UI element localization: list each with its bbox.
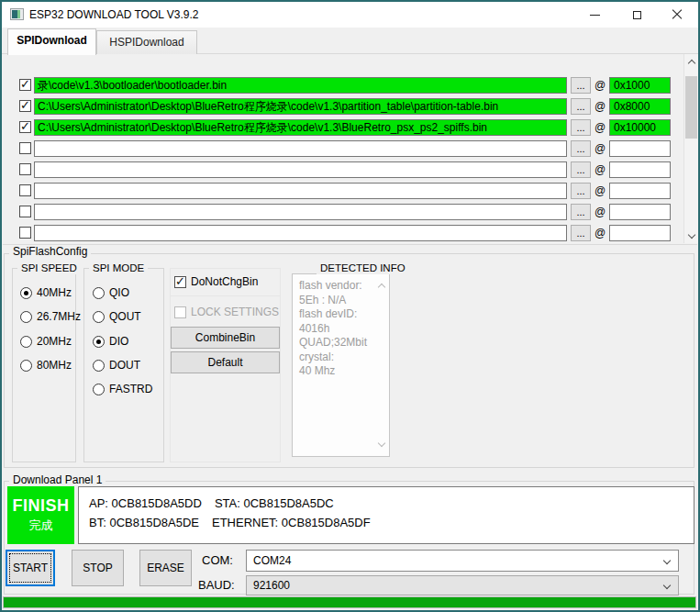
file-checkbox[interactable] [19,142,31,154]
status-text: FINISH [12,496,69,516]
file-path-input[interactable]: C:\Users\Administrator\Desktop\BlueRetro… [34,119,567,136]
radio-label: 20MHz [37,335,72,348]
erase-button[interactable]: ERASE [139,550,192,586]
app-icon [10,8,24,20]
browse-button[interactable]: ... [571,140,591,157]
file-checkbox[interactable] [19,184,31,196]
file-row: ... @ [3,204,697,220]
title-bar[interactable]: ESP32 DOWNLOAD TOOL V3.9.2 [2,2,698,28]
offset-input[interactable] [609,225,671,241]
radio-fastrd[interactable]: FASTRD [93,383,152,395]
default-button[interactable]: Default [171,351,280,373]
detected-info-textarea: flash vendor: 5Eh : N/A flash devID: 401… [292,273,390,457]
file-path-input[interactable] [34,183,567,199]
radio-icon [20,336,32,348]
detected-info-label: DETECTED INFO [317,262,409,274]
file-checkbox[interactable] [19,100,31,112]
file-checkbox[interactable] [19,227,31,239]
radio-icon [20,360,32,372]
close-button[interactable] [661,2,693,28]
offset-input[interactable] [609,140,671,157]
offset-input[interactable] [609,183,671,199]
radio-qout[interactable]: QOUT [93,310,141,323]
chevron-down-icon [663,557,671,564]
offset-input[interactable]: 0x1000 [609,77,671,94]
radio-label: DIO [109,335,128,348]
radio-dio[interactable]: DIO [93,335,128,348]
scrollbar-thumb[interactable] [685,76,697,139]
radio-label: DOUT [109,359,140,372]
detected-info-line: 4016h [299,322,383,337]
radio-icon [93,360,105,372]
chevron-up-icon [688,59,695,66]
file-path-input[interactable] [34,161,567,178]
radio-20mhz[interactable]: 20MHz [20,335,72,348]
file-list-scrollbar[interactable] [683,54,698,243]
browse-button[interactable]: ... [571,119,591,136]
file-row: ... @ [3,140,697,157]
file-path-input[interactable] [34,140,567,157]
offset-input[interactable] [609,161,671,178]
radio-icon [93,336,105,348]
offset-input[interactable]: 0x10000 [609,119,671,136]
radio-26-7mhz[interactable]: 26.7MHz [20,310,81,323]
browse-button[interactable]: ... [571,161,591,178]
at-label: @ [594,183,606,199]
sta-label: STA: [215,496,240,510]
scroll-up-button[interactable] [684,54,699,69]
file-row: ... @ [3,183,697,199]
com-label: COM: [202,553,233,567]
maximize-icon [633,11,641,19]
browse-button[interactable]: ... [571,225,591,241]
file-path-input[interactable] [34,204,567,220]
ap-value: 0CB815D8A5DD [112,496,202,510]
status-indicator: FINISH 完成 [7,486,74,544]
file-row: ... @ [3,161,697,178]
detected-info-line: flash vendor: [299,279,383,294]
ethernet-label: ETHERNET: [212,516,278,529]
file-checkbox[interactable] [19,163,31,175]
tab-hspidownload[interactable]: HSPIDownload [96,30,197,54]
radio-label: QIO [109,286,129,299]
tab-bar: SPIDownload HSPIDownload [2,28,698,54]
donotchgbin-checkbox[interactable]: DoNotChgBin [174,275,258,288]
radio-qio[interactable]: QIO [93,286,129,299]
scroll-down-button[interactable] [684,228,699,243]
radio-label: 26.7MHz [37,310,81,323]
lock-settings-checkbox[interactable]: LOCK SETTINGS [174,306,279,318]
maximize-button[interactable] [621,2,652,28]
combinebin-button[interactable]: CombineBin [171,327,280,349]
file-checkbox[interactable] [19,206,31,217]
minimize-button[interactable] [579,2,610,28]
radio-40mhz[interactable]: 40MHz [20,286,72,299]
checkbox-label: LOCK SETTINGS [191,306,279,318]
browse-button[interactable]: ... [571,98,591,115]
browse-button[interactable]: ... [571,204,591,220]
detected-info-line: 40 Mhz [299,364,383,379]
browse-button[interactable]: ... [571,183,591,199]
file-row: C:\Users\Administrator\Desktop\BlueRetro… [3,119,697,136]
offset-input[interactable] [609,204,671,220]
stop-button[interactable]: STOP [72,550,124,586]
ap-label: AP: [89,496,108,510]
chevron-down-icon[interactable] [378,440,385,447]
offset-input[interactable]: 0x8000 [609,98,671,115]
tab-spidownload[interactable]: SPIDownload [7,28,96,55]
radio-80mhz[interactable]: 80MHz [20,359,72,372]
checkbox-icon [174,276,186,288]
browse-button[interactable]: ... [571,77,591,94]
start-button[interactable]: START [6,550,55,586]
radio-icon [20,287,32,299]
at-label: @ [594,140,606,157]
file-checkbox[interactable] [19,79,31,91]
bt-value: 0CB815D8A5DE [109,516,199,529]
file-checkbox[interactable] [19,121,31,133]
file-path-input[interactable] [34,225,567,241]
file-path-input[interactable]: 录\code\v1.3\bootloader\bootloader.bin [34,77,567,94]
spi-mode-label: SPI MODE [89,262,148,274]
detected-info-line: crystal: [299,351,383,365]
radio-dout[interactable]: DOUT [93,359,140,372]
com-port-select[interactable]: COM24 [246,550,679,572]
baud-rate-select[interactable]: 921600 [246,575,679,595]
file-path-input[interactable]: C:\Users\Administrator\Desktop\BlueRetro… [34,98,567,115]
